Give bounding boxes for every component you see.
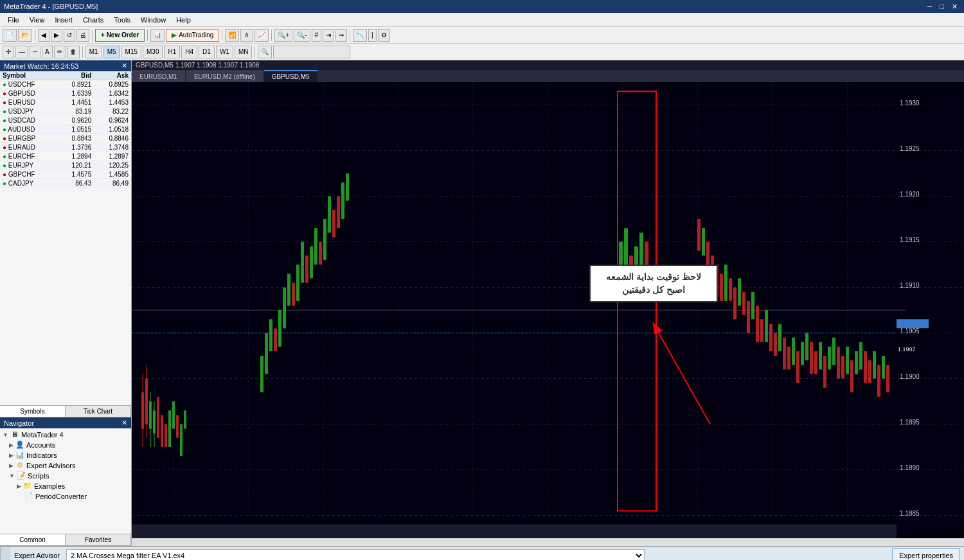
mw-cell-ask: 120.25 xyxy=(94,161,131,170)
svg-rect-92 xyxy=(850,360,853,392)
nav-tab-common[interactable]: Common xyxy=(0,534,66,545)
svg-rect-85 xyxy=(819,342,822,370)
tf-mn[interactable]: MN xyxy=(235,46,253,58)
grid-btn[interactable]: # xyxy=(312,29,322,42)
mw-row-audusd[interactable]: ● AUDUSD1.05151.0518 xyxy=(0,125,131,134)
mw-cell-symbol: ● CADJPY xyxy=(0,179,57,188)
chart-type-line[interactable]: 📈 xyxy=(254,29,269,42)
nav-item-indicators[interactable]: ▶ 📊 Indicators xyxy=(1,450,130,460)
mw-row-eurchf[interactable]: ● EURCHF1.28941.2897 xyxy=(0,152,131,161)
forward-btn[interactable]: ▶ xyxy=(51,29,62,42)
chart-type-bar[interactable]: 📶 xyxy=(225,29,239,42)
mw-row-euraud[interactable]: ● EURAUD1.37361.3748 xyxy=(0,143,131,152)
nav-item-period-converter[interactable]: 📄 PeriodConverter xyxy=(1,491,130,502)
mw-row-eurusd[interactable]: ● EURUSD1.44511.4453 xyxy=(0,98,131,107)
tf-d1[interactable]: D1 xyxy=(199,46,215,58)
nav-item-mt4[interactable]: ▼ 🖥 MetaTrader 4 xyxy=(1,430,130,440)
tf-m30[interactable]: M30 xyxy=(143,46,163,58)
options-btn[interactable]: ⚙ xyxy=(378,29,390,42)
chart-type-candle[interactable]: 🕯 xyxy=(240,29,253,42)
chart-tab-gbpusd-m5[interactable]: GBPUSD,M5 xyxy=(264,70,317,82)
tf-h1[interactable]: H1 xyxy=(164,46,180,58)
back-btn[interactable]: ◀ xyxy=(38,29,49,42)
mw-row-usdcad[interactable]: ● USDCAD0.96200.9624 xyxy=(0,116,131,125)
search-btn[interactable]: 🔍 xyxy=(258,46,272,58)
zoom-in-btn[interactable]: 🔍+ xyxy=(274,29,292,42)
mw-tab-tick-chart[interactable]: Tick Chart xyxy=(66,406,131,417)
svg-rect-94 xyxy=(859,342,862,370)
chart-scrollbar[interactable] xyxy=(132,538,964,546)
mw-cell-symbol: ● GBPUSD xyxy=(0,89,57,98)
mw-row-usdchf[interactable]: ● USDCHF0.89210.8925 xyxy=(0,80,131,89)
tf-m1[interactable]: M1 xyxy=(85,46,102,58)
print-btn[interactable]: 🖨 xyxy=(76,29,89,42)
period-sep-btn[interactable]: | xyxy=(368,29,377,42)
menu-item-window[interactable]: Window xyxy=(136,15,171,25)
mw-row-gbpchf[interactable]: ● GBPCHF1.45751.4585 xyxy=(0,170,131,179)
mw-cell-symbol: ● EURUSD xyxy=(0,98,57,107)
mw-row-eurjpy[interactable]: ● EURJPY120.21120.25 xyxy=(0,161,131,170)
mw-cell-bid: 86.43 xyxy=(57,179,94,188)
restore-btn[interactable]: □ xyxy=(937,3,947,11)
menu-item-tools[interactable]: Tools xyxy=(109,15,136,25)
new-order-btn[interactable]: + New Order xyxy=(95,29,145,42)
zoom-out-btn[interactable]: 🔍- xyxy=(294,29,310,42)
svg-rect-65 xyxy=(729,278,732,301)
chart-tab-eurusd-m2[interactable]: EURUSD,M2 (offline) xyxy=(186,71,263,82)
minimize-btn[interactable]: ─ xyxy=(925,3,935,11)
svg-rect-82 xyxy=(805,333,808,361)
indicator-btn[interactable]: 📉 xyxy=(353,29,367,42)
new-chart-btn[interactable]: 📄 xyxy=(3,29,17,42)
navigator-close[interactable]: ✕ xyxy=(121,419,127,427)
nav-tab-favorites[interactable]: Favorites xyxy=(66,534,131,545)
menu-item-help[interactable]: Help xyxy=(171,15,196,25)
nav-item-scripts[interactable]: ▼ 📝 Scripts xyxy=(1,471,130,481)
autotrading-btn[interactable]: ▶ AutoTrading xyxy=(166,29,219,42)
delete-btn[interactable]: 🗑 xyxy=(67,46,80,58)
navigator-tabs: Common Favorites xyxy=(0,534,131,545)
nav-item-experts[interactable]: ▶ ⚙ Expert Advisors xyxy=(1,460,130,471)
mw-row-eurgbp[interactable]: ● EURGBP0.88430.8846 xyxy=(0,134,131,143)
market-watch-header: Market Watch: 16:24:53 ✕ xyxy=(0,60,131,71)
mw-cell-symbol: ● AUDUSD xyxy=(0,125,57,134)
crosshair-btn[interactable]: ✛ xyxy=(3,46,14,58)
svg-rect-72 xyxy=(760,319,763,342)
mw-row-usdjpy[interactable]: ● USDJPY83.1983.22 xyxy=(0,107,131,116)
history-btn[interactable]: 📊 xyxy=(150,29,165,42)
menu-bar: FileViewInsertChartsToolsWindowHelp xyxy=(0,13,964,27)
tf-m15[interactable]: M15 xyxy=(121,46,141,58)
search-input-btn[interactable] xyxy=(273,46,350,58)
tf-m5[interactable]: M5 xyxy=(103,46,120,58)
line-btn[interactable]: — xyxy=(15,46,28,58)
close-btn[interactable]: ✕ xyxy=(949,3,960,11)
menu-item-file[interactable]: File xyxy=(3,15,24,25)
tf-h4[interactable]: H4 xyxy=(181,46,197,58)
mw-tab-symbols[interactable]: Symbols xyxy=(0,406,66,417)
tf-w1[interactable]: W1 xyxy=(216,46,233,58)
st-expert-props-btn[interactable]: Expert properties xyxy=(892,548,960,560)
hline-btn[interactable]: ─ xyxy=(30,46,40,58)
mw-cell-symbol: ● EURJPY xyxy=(0,161,57,170)
nav-label-mt4: MetaTrader 4 xyxy=(21,431,64,439)
refresh-btn[interactable]: ↺ xyxy=(64,29,75,42)
nav-item-accounts[interactable]: ▶ 👤 Accounts xyxy=(1,440,130,450)
st-side-label[interactable]: Strategy Tester xyxy=(0,547,10,560)
svg-rect-63 xyxy=(720,274,723,301)
open-btn[interactable]: 📂 xyxy=(18,29,32,42)
mw-row-gbpusd[interactable]: ● GBPUSD1.63391.6342 xyxy=(0,89,131,98)
market-watch-close[interactable]: ✕ xyxy=(121,62,127,70)
nav-item-examples[interactable]: ▶ 📁 Examples xyxy=(1,481,130,491)
mw-row-cadjpy[interactable]: ● CADJPY86.4386.49 xyxy=(0,179,131,188)
menu-item-view[interactable]: View xyxy=(24,15,50,25)
menu-item-charts[interactable]: Charts xyxy=(78,15,109,25)
scroll-btn[interactable]: ⇥ xyxy=(323,29,334,42)
svg-rect-49 xyxy=(310,247,313,279)
auto-scroll[interactable]: ⇒ xyxy=(335,29,347,42)
svg-rect-90 xyxy=(841,356,844,379)
text-btn[interactable]: A xyxy=(42,46,53,58)
draw-btn[interactable]: ✏ xyxy=(54,46,66,58)
menu-item-insert[interactable]: Insert xyxy=(49,15,78,25)
st-ea-select[interactable]: 2 MA Crosses Mega filter EA V1.ex4 xyxy=(66,549,645,560)
chart-tab-eurusd-m1[interactable]: EURUSD,M1 xyxy=(132,71,185,82)
svg-rect-28 xyxy=(165,424,167,448)
